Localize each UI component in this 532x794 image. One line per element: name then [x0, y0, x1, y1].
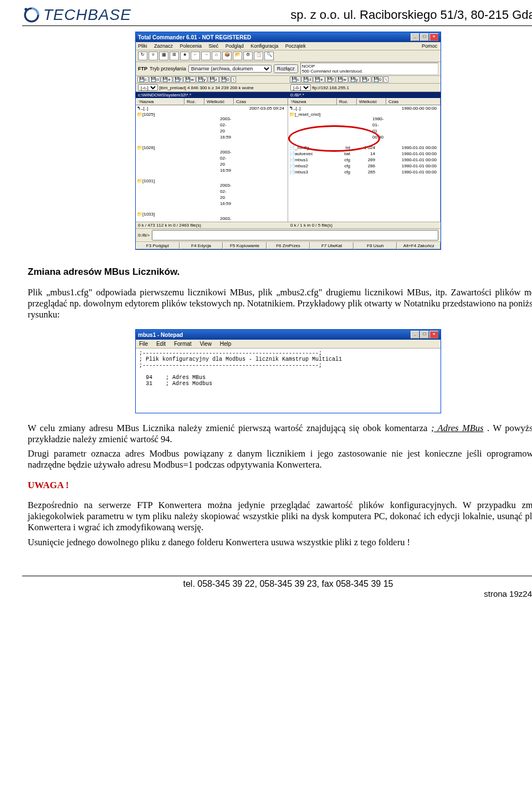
menu-help[interactable]: Pomoc: [422, 43, 437, 49]
drive-button[interactable]: 💾d: [149, 76, 160, 83]
fkey-button[interactable]: F8 Usuń: [354, 242, 397, 249]
drive-status-right: ftp://192.168.255.1: [312, 85, 349, 90]
drive-button[interactable]: 💾f: [325, 76, 335, 83]
file-row[interactable]: 📁[1033]2003-02-20 16:59: [136, 211, 288, 222]
fkey-button[interactable]: F4 Edycja: [180, 242, 223, 249]
menu-item[interactable]: Konfiguracja: [250, 43, 278, 49]
menu-item[interactable]: Sieć: [209, 43, 219, 49]
ftp-log: NOOP500 Command not understood.: [300, 63, 438, 75]
svg-point-1: [24, 8, 27, 11]
col-ext[interactable]: Roz.: [337, 98, 357, 105]
drive-button[interactable]: 💾0: [219, 76, 231, 83]
drive-button[interactable]: 💾f: [173, 76, 183, 83]
ftp-disconnect-button[interactable]: Rozłącz: [274, 64, 298, 73]
toolbar-icon[interactable]: 📋: [254, 52, 263, 60]
toolbar-icon[interactable]: ↻: [138, 52, 147, 60]
drive-button[interactable]: 💾y: [349, 76, 360, 83]
drive-button[interactable]: \: [383, 76, 388, 83]
fkey-button[interactable]: F5 Kopiowanie: [223, 242, 267, 249]
file-row[interactable]: 📁[1031]2003-02-20 16:59: [136, 178, 288, 211]
tc-titlebar: Total Commander 6.01 - NOT REGISTERED _ …: [136, 32, 441, 42]
drive-button[interactable]: 💾c: [137, 76, 149, 83]
close-button[interactable]: ×: [429, 33, 438, 41]
summary-left: 0 k / 473 112 k in 0 / 2463 file(s): [136, 222, 288, 228]
menu-item[interactable]: Help: [220, 341, 232, 347]
col-date[interactable]: Czas: [234, 98, 288, 105]
drive-button[interactable]: 💾w: [336, 76, 348, 83]
toolbar-icon[interactable]: ←: [191, 52, 200, 60]
summary-right: 0 k / 1 k in 0 / 5 file(s): [288, 222, 441, 228]
menu-item[interactable]: Pliki: [138, 43, 147, 49]
col-size[interactable]: Wielkość: [357, 98, 386, 105]
file-pane-right[interactable]: ↰..[..]1980-00-00 00:00📁[_reset_cmd]1980…: [288, 105, 441, 222]
menu-item[interactable]: File: [139, 341, 148, 347]
menu-item[interactable]: Edit: [156, 341, 166, 347]
drive-button[interactable]: 💾d: [301, 76, 313, 83]
file-row[interactable]: 📄_configtxt1 0241980-01-01 00:00: [288, 145, 440, 151]
drive-button[interactable]: 💾z: [208, 76, 219, 83]
col-date[interactable]: Czas: [386, 98, 441, 105]
toolbar-icon[interactable]: ≡: [149, 52, 158, 60]
file-row[interactable]: ↰..[..]2007-03-05 09:24: [136, 105, 288, 111]
toolbar-icon[interactable]: →: [201, 52, 211, 60]
ftp-mode-label: Tryb przesyłania: [150, 66, 186, 71]
toolbar-icon[interactable]: ▦: [159, 52, 168, 60]
fkey-button[interactable]: F3 Podgląd: [136, 242, 180, 249]
footer-tel: tel. 058-345 39 22, 058-345 39 23, fax 0…: [22, 579, 532, 589]
drive-select-right[interactable]: [-0-]: [290, 84, 311, 91]
paragraph: Plik „mbus1.cfg" odpowiada pierwszemu li…: [28, 287, 532, 320]
drive-button[interactable]: 💾0: [372, 76, 383, 83]
minimize-button[interactable]: _: [411, 33, 420, 41]
menu-item[interactable]: Zaznacz: [154, 43, 173, 49]
col-name[interactable]: ↑Nazwa: [136, 98, 185, 105]
menu-item[interactable]: Polecenia: [180, 43, 202, 49]
drive-button[interactable]: 💾e: [161, 76, 172, 83]
drive-button[interactable]: 💾z: [360, 76, 371, 83]
drive-button[interactable]: 💾c: [290, 76, 301, 83]
toolbar-icon[interactable]: ⚙: [243, 52, 253, 60]
maximize-button[interactable]: □: [420, 331, 429, 339]
file-pane-left[interactable]: ↰..[..]2007-03-05 09:24📁[1025]2003-02-20…: [136, 105, 288, 222]
toolbar-icon[interactable]: 📂: [233, 52, 242, 60]
paragraph: Bezpośrednio na serwerze FTP Konwertera …: [28, 500, 532, 533]
drive-select-left[interactable]: [-c-]: [138, 84, 158, 91]
ftp-mode-select[interactable]: Binarnie (archiwa, dokumen: [188, 65, 272, 73]
menu-item[interactable]: Format: [174, 341, 192, 347]
col-ext[interactable]: Roz.: [185, 98, 204, 105]
menu-item[interactable]: Podgląd: [226, 43, 244, 49]
toolbar-icon[interactable]: 📦: [222, 52, 232, 60]
paragraph: W celu zmiany adresu MBus Licznika należ…: [28, 423, 532, 445]
fkey-button[interactable]: Alt+F4 Zakończ: [397, 242, 441, 249]
close-button[interactable]: ×: [429, 331, 438, 339]
toolbar-icon[interactable]: ⊞: [170, 52, 179, 60]
file-row[interactable]: 📁[_reset_cmd]1980-01-01 00:00: [288, 111, 440, 145]
file-row[interactable]: 📄mbus2cfg2861980-01-01 00:00: [288, 163, 440, 169]
drive-button[interactable]: 💾w: [183, 76, 196, 83]
menu-item[interactable]: Początek: [285, 43, 306, 49]
menu-item[interactable]: View: [200, 341, 212, 347]
col-name[interactable]: ↑Nazwa: [288, 98, 337, 105]
file-row[interactable]: 📁[1025]2003-02-20 16:59: [136, 111, 288, 145]
fkey-button[interactable]: F6 ZmPrzes: [267, 242, 310, 249]
file-row[interactable]: 📁[1028]2003-02-20 16:59: [136, 145, 288, 178]
tc-drives-row: 💾c💾d💾e💾f💾w💾y💾z💾0\ 💾c💾d💾e💾f💾w💾y💾z💾0\: [136, 76, 441, 84]
file-row[interactable]: 📄mbus1cfg2891980-01-01 00:00: [288, 157, 440, 163]
minimize-button[interactable]: _: [411, 331, 420, 339]
drive-button[interactable]: 💾y: [196, 76, 207, 83]
toolbar-icon[interactable]: ★: [180, 52, 190, 60]
maximize-button[interactable]: □: [420, 33, 429, 41]
drive-button[interactable]: \: [231, 76, 236, 83]
toolbar-icon[interactable]: ⌂: [212, 52, 221, 60]
toolbar-icon[interactable]: 🔍: [264, 52, 274, 60]
notepad-content[interactable]: ;---------------------------------------…: [136, 348, 441, 413]
document-body: Zmiana adresów MBus Liczników. Plik „mbu…: [22, 267, 532, 548]
file-row[interactable]: ↰..[..]1980-00-00 00:00: [288, 105, 440, 111]
cmd-input[interactable]: [152, 230, 438, 240]
fkey-button[interactable]: F7 UtwKat: [310, 242, 354, 249]
notepad-title: mbus1 - Notepad: [138, 332, 183, 338]
file-row[interactable]: 📄autoexecbat141980-01-01 00:00: [288, 151, 440, 157]
drive-button[interactable]: 💾e: [313, 76, 324, 83]
file-row[interactable]: 📄mbus3cfg2851980-01-01 00:00: [288, 169, 440, 175]
page-number: strona 19z24: [22, 589, 532, 598]
col-size[interactable]: Wielkość: [204, 98, 234, 105]
